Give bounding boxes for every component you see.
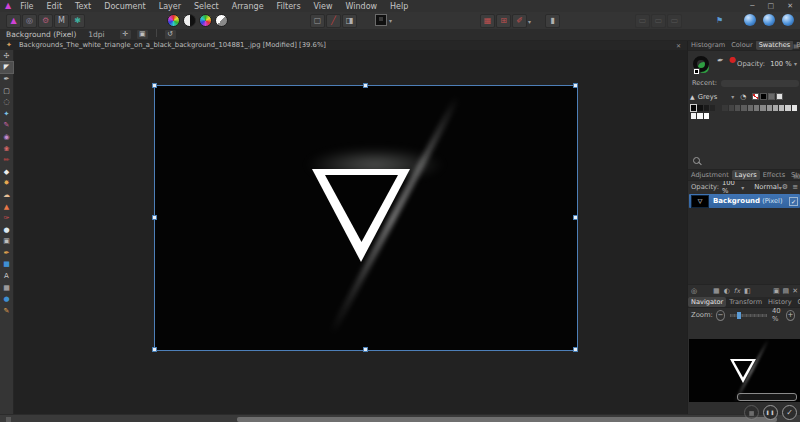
info-sphere-icon[interactable] (782, 14, 794, 26)
selection-handle[interactable] (152, 347, 157, 352)
minimize-button[interactable]: ─ (750, 2, 754, 10)
layer-row-background[interactable]: ▽ Background (Pixel) ✓ (689, 194, 800, 208)
swatch-cell[interactable] (760, 93, 767, 100)
horizontal-scrollbar-thumb[interactable] (237, 417, 777, 422)
zoom-value[interactable]: 40 % (772, 307, 786, 323)
menu-view[interactable]: View (314, 2, 333, 11)
auto-colour-icon[interactable] (199, 14, 212, 27)
colour-picker-tool[interactable]: ✒ (0, 73, 13, 85)
healing-brush-tool[interactable]: ❀ (0, 143, 13, 155)
layers-opacity-value[interactable]: 100 % (722, 179, 741, 195)
rectangular-marquee-tool[interactable]: ▢ (0, 85, 13, 97)
adjustment-icon[interactable]: ◐ (724, 287, 730, 295)
selection-half-button[interactable]: ◨ (342, 14, 357, 28)
swatch-cell[interactable] (767, 105, 772, 111)
panel-hamburger-icon[interactable]: ≡ (792, 183, 798, 191)
stop-button[interactable]: ■ (744, 405, 759, 420)
swatch-cell[interactable] (691, 113, 696, 119)
vector-brush-tool[interactable]: ✎ (0, 305, 13, 317)
gear-icon[interactable]: ⚙ (782, 183, 788, 191)
zoom-in-button[interactable]: + (786, 310, 795, 321)
blur-tool[interactable]: ● (0, 224, 13, 236)
panel-menu-icon[interactable]: ▤ (793, 172, 799, 179)
palette-selector[interactable]: ▲ Greys ▾ ◔ (690, 91, 799, 102)
rectangle-tool[interactable]: ■ (0, 259, 13, 271)
confirm-button[interactable]: ✓ (782, 405, 797, 420)
swatch-cell[interactable] (722, 105, 727, 111)
tone-mapping-persona[interactable]: M (54, 14, 69, 28)
smudge-tool[interactable]: ☁ (0, 189, 13, 201)
navigator-preview[interactable] (689, 339, 800, 402)
menu-select[interactable]: Select (194, 2, 219, 11)
zoom-slider[interactable] (730, 314, 767, 317)
palette-options-icon[interactable]: ◔ (740, 93, 746, 101)
menu-filters[interactable]: Filters (277, 2, 301, 11)
move-anchor-icon[interactable]: ✛ (119, 29, 132, 40)
chevron-down-icon[interactable]: ▾ (731, 93, 734, 100)
swatch-cell[interactable] (752, 93, 759, 100)
swatch-cell[interactable] (779, 105, 784, 111)
menu-window[interactable]: Window (346, 2, 378, 11)
develop-persona[interactable]: ⚙ (38, 14, 53, 28)
tab-colour[interactable]: Colour (728, 40, 755, 50)
selection-handle[interactable] (573, 83, 578, 88)
menu-layer[interactable]: Layer (159, 2, 181, 11)
swatch-cell[interactable] (741, 105, 746, 111)
swatch-cell[interactable] (704, 105, 709, 111)
pen-tool[interactable]: ✒ (0, 247, 13, 259)
tab-histogram[interactable]: Histogram (688, 40, 728, 50)
swatch-cell[interactable] (710, 105, 715, 111)
menu-edit[interactable]: Edit (47, 2, 63, 11)
assistant-button[interactable]: ▮ (545, 14, 560, 28)
edit-all-layers-icon[interactable]: ◎ (691, 287, 697, 295)
auto-levels-icon[interactable] (167, 14, 180, 27)
blend-mode-select[interactable]: Normal (754, 183, 779, 191)
sharpen-tool[interactable]: ▲ (0, 201, 13, 213)
swatch-cell[interactable] (785, 105, 790, 111)
chevron-down-icon[interactable]: ▾ (741, 184, 744, 191)
document-image[interactable] (155, 86, 577, 350)
freehand-selection-tool[interactable]: ◌ (0, 96, 13, 108)
swatch-cell[interactable] (697, 113, 702, 119)
view-tool[interactable]: ✣ (0, 50, 13, 62)
tab-effects[interactable]: Effects (760, 170, 788, 180)
snap-box-icon[interactable]: ▣ (136, 29, 149, 40)
snap-brush-button[interactable]: ✐ (512, 14, 527, 28)
live-filter-icon[interactable]: ◧ (744, 287, 751, 295)
photo-persona[interactable]: ▲ (6, 14, 21, 28)
mesh-warp-tool[interactable]: ▦ (0, 282, 13, 294)
pause-button[interactable]: ❚❚ (763, 405, 778, 420)
selection-marquee-button[interactable]: ▢ (310, 14, 325, 28)
recent-swatches-bar[interactable] (721, 80, 799, 87)
ellipse-tool[interactable]: ● (0, 293, 13, 305)
search-sphere-icon[interactable] (763, 14, 775, 26)
group-layers-icon[interactable]: ▣ (773, 287, 780, 295)
swatch-cell[interactable] (697, 105, 702, 111)
delete-layer-icon[interactable]: ✕ (792, 287, 798, 295)
menu-text[interactable]: Text (75, 2, 91, 11)
move-tool[interactable]: ◤ (0, 62, 13, 74)
eyedropper-icon[interactable]: ✒ (716, 55, 724, 65)
pixel-tool[interactable]: ✏ (0, 154, 13, 166)
swatch-search-button[interactable] (693, 157, 700, 164)
auto-contrast-icon[interactable] (183, 14, 196, 27)
swatch-cell[interactable] (754, 105, 759, 111)
tab-navigator[interactable]: Navigator (688, 297, 726, 307)
menu-arrange[interactable]: Arrange (232, 2, 264, 11)
tab-history[interactable]: History (765, 297, 794, 307)
help-sphere-icon[interactable] (744, 14, 756, 26)
selection-handle[interactable] (573, 215, 578, 220)
swatch-cell[interactable] (760, 105, 765, 111)
swatch-cell[interactable] (768, 93, 775, 100)
swatch-cell[interactable] (704, 113, 709, 119)
tab-transform[interactable]: Transform (726, 297, 765, 307)
rotate-icon[interactable]: ↺ (164, 29, 177, 40)
layer-effects-icon[interactable]: fx (734, 287, 740, 295)
liquify-persona[interactable]: ◎ (22, 14, 37, 28)
zoom-out-button[interactable]: − (716, 310, 725, 321)
selection-handle[interactable] (152, 83, 157, 88)
auto-white-balance-icon[interactable] (215, 14, 228, 27)
horizontal-scrollbar[interactable] (0, 414, 800, 422)
paint-mixer-brush-tool[interactable]: ✑ (0, 212, 13, 224)
colour-selector-icon[interactable] (693, 56, 711, 74)
